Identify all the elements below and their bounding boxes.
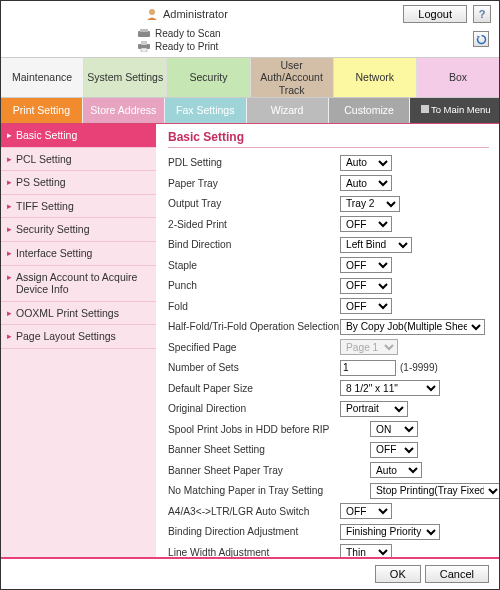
triangle-icon: ▸ [7,201,12,212]
setting-row-18: Binding Direction AdjustmentFinishing Pr… [168,523,489,540]
tab-primary-2[interactable]: Security [167,58,250,97]
setting-select-12[interactable]: Portrait [340,401,408,417]
setting-select-5[interactable]: OFF [340,257,392,273]
tab-secondary-3[interactable]: Wizard [247,98,329,123]
setting-label: Output Tray [168,198,340,209]
setting-select-14[interactable]: OFF [370,442,418,458]
setting-label: Banner Sheet Setting [168,444,340,455]
printer-icon [137,41,151,52]
setting-select-17[interactable]: OFF [340,503,392,519]
sidebar-item-7[interactable]: ▸OOXML Print Settings [1,302,156,326]
tab-secondary-0[interactable]: Print Setting [1,98,83,123]
setting-select-11[interactable]: 8 1/2" x 11" [340,380,440,396]
setting-row-12: Original DirectionPortrait [168,400,489,417]
setting-row-4: Bind DirectionLeft Bind [168,236,489,253]
tab-primary-1[interactable]: System Settings [84,58,167,97]
user-label: Administrator [163,8,228,20]
triangle-icon: ▸ [7,272,12,283]
setting-row-17: A4/A3<->LTR/LGR Auto SwitchOFF [168,503,489,520]
user-icon [145,7,159,21]
sidebar-item-label: Basic Setting [16,129,77,142]
setting-label: Banner Sheet Paper Tray [168,465,340,476]
setting-select-15[interactable]: Auto [370,462,422,478]
setting-label: Staple [168,260,340,271]
svg-rect-6 [421,105,429,113]
tab-secondary-5[interactable]: To Main Menu [410,98,499,123]
svg-rect-5 [141,48,147,52]
triangle-icon: ▸ [7,224,12,235]
sidebar-item-1[interactable]: ▸PCL Setting [1,148,156,172]
sidebar-item-0[interactable]: ▸Basic Setting [1,124,156,148]
footer-bar: OK Cancel [1,557,499,589]
setting-input-10[interactable] [340,360,396,376]
setting-label: Fold [168,301,340,312]
sidebar-item-label: PS Setting [16,176,66,189]
tab-secondary-4[interactable]: Customize [329,98,411,123]
primary-tabs: MaintenanceSystem SettingsSecurityUser A… [1,57,499,97]
sidebar-item-6[interactable]: ▸Assign Account to Acquire Device Info [1,266,156,302]
setting-select-13[interactable]: ON [370,421,418,437]
setting-label: Bind Direction [168,239,340,250]
status-area: Ready to Scan Ready to Print [137,25,499,57]
ok-button[interactable]: OK [375,565,421,583]
sidebar-item-label: Page Layout Settings [16,330,116,343]
setting-row-1: Paper TrayAuto [168,175,489,192]
setting-row-14: Banner Sheet SettingOFF [168,441,489,458]
main-panel: Basic Setting PDL SettingAutoPaper TrayA… [156,124,499,589]
page-title: Basic Setting [168,130,489,148]
top-bar: Administrator Logout ? [1,1,499,25]
sidebar-item-8[interactable]: ▸Page Layout Settings [1,325,156,349]
setting-select-7[interactable]: OFF [340,298,392,314]
setting-row-9: Specified PagePage 1 [168,339,489,356]
setting-select-9: Page 1 [340,339,398,355]
triangle-icon: ▸ [7,308,12,319]
tab-primary-5[interactable]: Box [417,58,499,97]
cancel-button[interactable]: Cancel [425,565,489,583]
sidebar-item-4[interactable]: ▸Security Setting [1,218,156,242]
setting-label: No Matching Paper in Tray Setting [168,485,340,496]
setting-label: Paper Tray [168,178,340,189]
current-user: Administrator [145,7,228,21]
refresh-button[interactable] [473,31,489,47]
tab-secondary-2[interactable]: Fax Settings [165,98,247,123]
tab-primary-4[interactable]: Network [334,58,417,97]
sidebar-item-label: Interface Setting [16,247,92,260]
refresh-icon [476,34,487,45]
setting-label: Number of Sets [168,362,340,373]
setting-label: Binding Direction Adjustment [168,526,340,537]
help-button[interactable]: ? [473,5,491,23]
svg-point-0 [149,9,155,15]
setting-label: Specified Page [168,342,340,353]
tab-primary-3[interactable]: User Auth/Account Track [251,58,334,97]
setting-select-1[interactable]: Auto [340,175,392,191]
tab-primary-0[interactable]: Maintenance [1,58,84,97]
setting-select-2[interactable]: Tray 2 [340,196,400,212]
setting-select-8[interactable]: By Copy Job(Multiple Sheets) [340,319,485,335]
setting-select-18[interactable]: Finishing Priority [340,524,440,540]
tab-secondary-1[interactable]: Store Address [83,98,165,123]
setting-select-0[interactable]: Auto [340,155,392,171]
sidebar-item-3[interactable]: ▸TIFF Setting [1,195,156,219]
setting-label: Spool Print Jobs in HDD before RIP [168,424,340,435]
status-print: Ready to Print [137,40,499,53]
sidebar-item-label: Assign Account to Acquire Device Info [16,271,150,296]
sidebar-item-label: TIFF Setting [16,200,74,213]
setting-select-3[interactable]: OFF [340,216,392,232]
sidebar-item-2[interactable]: ▸PS Setting [1,171,156,195]
setting-select-4[interactable]: Left Bind [340,237,412,253]
setting-row-7: FoldOFF [168,298,489,315]
svg-rect-2 [140,29,148,32]
status-scan: Ready to Scan [137,27,499,40]
setting-label: 2-Sided Print [168,219,340,230]
setting-row-13: Spool Print Jobs in HDD before RIPON [168,421,489,438]
setting-row-6: PunchOFF [168,277,489,294]
setting-select-16[interactable]: Stop Printing(Tray Fixed) [370,483,499,499]
logout-button[interactable]: Logout [403,5,467,23]
setting-row-8: Half-Fold/Tri-Fold Operation SelectionBy… [168,318,489,335]
setting-select-6[interactable]: OFF [340,278,392,294]
setting-row-2: Output TrayTray 2 [168,195,489,212]
triangle-icon: ▸ [7,154,12,165]
sidebar-item-5[interactable]: ▸Interface Setting [1,242,156,266]
sidebar-item-label: OOXML Print Settings [16,307,119,320]
triangle-icon: ▸ [7,248,12,259]
